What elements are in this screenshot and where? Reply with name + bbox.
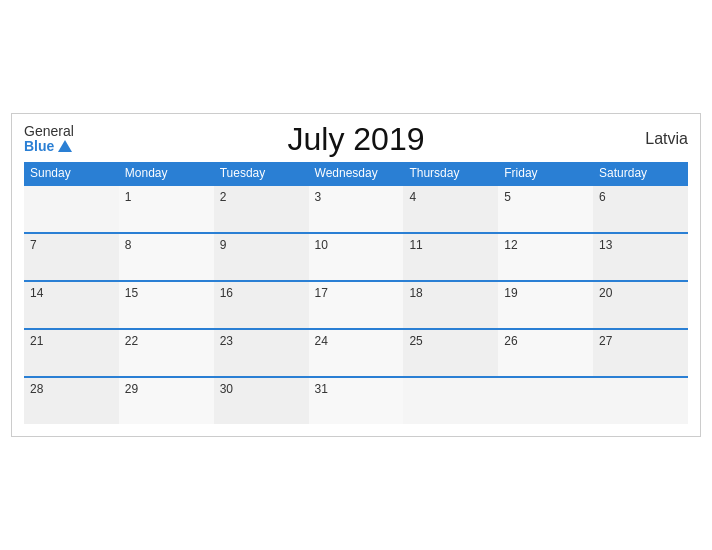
calendar-cell: 19	[498, 281, 593, 329]
calendar-cell	[24, 185, 119, 233]
calendar-cell: 30	[214, 377, 309, 424]
calendar-cell: 2	[214, 185, 309, 233]
calendar-cell: 20	[593, 281, 688, 329]
calendar-country: Latvia	[645, 130, 688, 148]
calendar-header: General Blue July 2019 Latvia	[24, 124, 688, 155]
calendar-cell: 3	[309, 185, 404, 233]
calendar-cell: 14	[24, 281, 119, 329]
logo-triangle-icon	[58, 140, 72, 152]
calendar-cell: 22	[119, 329, 214, 377]
calendar-cell: 5	[498, 185, 593, 233]
calendar-cell: 9	[214, 233, 309, 281]
weekday-header-wednesday: Wednesday	[309, 162, 404, 185]
weekday-header-thursday: Thursday	[403, 162, 498, 185]
weekday-header-monday: Monday	[119, 162, 214, 185]
calendar-cell: 24	[309, 329, 404, 377]
calendar-cell: 12	[498, 233, 593, 281]
calendar-cell: 27	[593, 329, 688, 377]
calendar-cell: 18	[403, 281, 498, 329]
calendar-cell: 8	[119, 233, 214, 281]
calendar-cell: 21	[24, 329, 119, 377]
calendar-table: SundayMondayTuesdayWednesdayThursdayFrid…	[24, 162, 688, 424]
calendar-cell: 13	[593, 233, 688, 281]
weekday-header-tuesday: Tuesday	[214, 162, 309, 185]
calendar-cell	[498, 377, 593, 424]
calendar-cell: 29	[119, 377, 214, 424]
calendar-cell	[593, 377, 688, 424]
week-row-3: 14151617181920	[24, 281, 688, 329]
calendar-cell: 10	[309, 233, 404, 281]
calendar: General Blue July 2019 Latvia SundayMond…	[11, 113, 701, 438]
calendar-cell: 31	[309, 377, 404, 424]
calendar-cell: 6	[593, 185, 688, 233]
calendar-cell: 7	[24, 233, 119, 281]
week-row-5: 28293031	[24, 377, 688, 424]
calendar-cell: 17	[309, 281, 404, 329]
calendar-title: July 2019	[288, 121, 425, 158]
calendar-cell: 15	[119, 281, 214, 329]
calendar-cell: 26	[498, 329, 593, 377]
calendar-cell: 1	[119, 185, 214, 233]
calendar-cell: 28	[24, 377, 119, 424]
weekday-header-saturday: Saturday	[593, 162, 688, 185]
calendar-cell: 25	[403, 329, 498, 377]
calendar-cell: 23	[214, 329, 309, 377]
weekday-header-sunday: Sunday	[24, 162, 119, 185]
calendar-cell: 16	[214, 281, 309, 329]
calendar-cell	[403, 377, 498, 424]
weekday-header-friday: Friday	[498, 162, 593, 185]
calendar-cell: 4	[403, 185, 498, 233]
week-row-1: 123456	[24, 185, 688, 233]
logo-general-text: General	[24, 124, 74, 139]
logo: General Blue	[24, 124, 74, 155]
week-row-4: 21222324252627	[24, 329, 688, 377]
logo-blue-text: Blue	[24, 139, 54, 154]
weekday-header-row: SundayMondayTuesdayWednesdayThursdayFrid…	[24, 162, 688, 185]
week-row-2: 78910111213	[24, 233, 688, 281]
calendar-cell: 11	[403, 233, 498, 281]
